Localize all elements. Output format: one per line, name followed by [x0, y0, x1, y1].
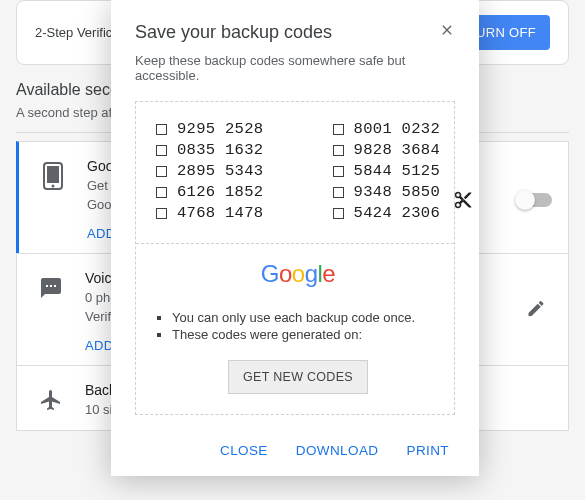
backup-code: 5844 5125	[333, 162, 440, 180]
checkbox-icon	[156, 208, 167, 219]
close-button[interactable]: CLOSE	[220, 443, 268, 458]
checkbox-icon	[333, 145, 344, 156]
backup-code: 0835 1632	[156, 141, 263, 159]
backup-code: 9348 5850	[333, 183, 440, 201]
dialog-title: Save your backup codes	[135, 22, 332, 43]
checkbox-icon	[333, 208, 344, 219]
codes-panel: 9295 2528 0835 1632 2895 5343 6126 1852 …	[135, 101, 455, 415]
note-line: These codes were generated on:	[172, 327, 440, 342]
backup-code: 9295 2528	[156, 120, 263, 138]
backup-code: 6126 1852	[156, 183, 263, 201]
checkbox-icon	[156, 166, 167, 177]
google-logo: Google	[156, 260, 440, 288]
checkbox-icon	[156, 124, 167, 135]
scissors-icon	[453, 190, 473, 213]
backup-code: 2895 5343	[156, 162, 263, 180]
checkbox-icon	[156, 145, 167, 156]
checkbox-icon	[333, 166, 344, 177]
download-button[interactable]: DOWNLOAD	[296, 443, 379, 458]
modal-scrim: Save your backup codes Keep these backup…	[0, 0, 585, 500]
backup-code: 8001 0232	[333, 120, 440, 138]
note-line: You can only use each backup code once.	[172, 310, 440, 325]
checkbox-icon	[333, 124, 344, 135]
codes-col-right: 8001 0232 9828 3684 5844 5125 9348 5850 …	[333, 120, 440, 225]
backup-code: 4768 1478	[156, 204, 263, 222]
backup-codes-dialog: Save your backup codes Keep these backup…	[111, 0, 479, 476]
close-icon[interactable]	[439, 22, 455, 41]
codes-col-left: 9295 2528 0835 1632 2895 5343 6126 1852 …	[156, 120, 263, 225]
checkbox-icon	[156, 187, 167, 198]
dialog-actions: CLOSE DOWNLOAD PRINT	[135, 439, 455, 462]
backup-code: 5424 2306	[333, 204, 440, 222]
checkbox-icon	[333, 187, 344, 198]
codes-divider	[136, 243, 454, 244]
get-new-codes-button[interactable]: GET NEW CODES	[228, 360, 368, 394]
backup-code: 9828 3684	[333, 141, 440, 159]
dialog-subtitle: Keep these backup codes somewhere safe b…	[135, 53, 455, 83]
codes-notes: You can only use each backup code once. …	[156, 310, 440, 342]
print-button[interactable]: PRINT	[407, 443, 450, 458]
